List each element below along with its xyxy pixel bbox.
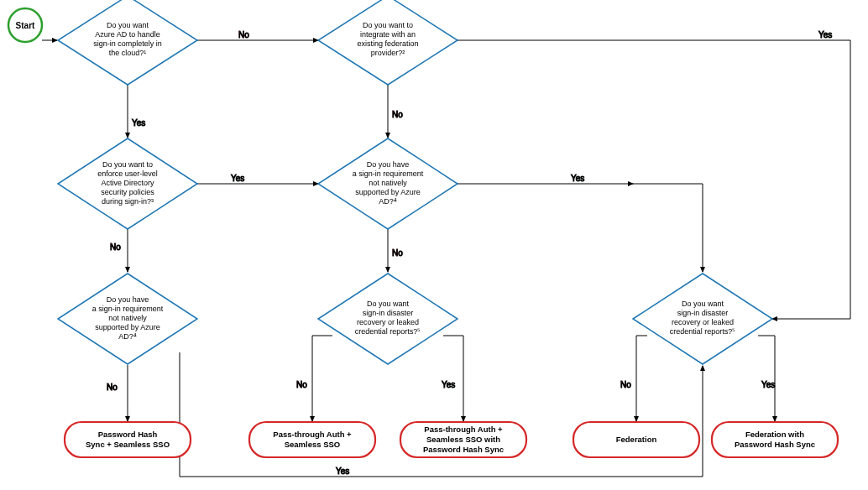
start-node: Start [8, 8, 42, 42]
svg-text:Password Hash Sync: Password Hash Sync [423, 445, 504, 454]
label-d5-no: No [107, 383, 118, 392]
decision-d1: Do you want Azure AD to handle sign-in c… [58, 0, 197, 85]
svg-text:supported by Azure: supported by Azure [355, 188, 421, 196]
svg-text:a sign-in requirement: a sign-in requirement [353, 169, 424, 178]
svg-text:sign-in disaster: sign-in disaster [677, 309, 729, 317]
decision-d3: Do you want to enforce user-level Active… [58, 138, 197, 229]
label-d3-yes: Yes [231, 174, 244, 183]
svg-text:sign-in completely in: sign-in completely in [93, 39, 162, 48]
svg-text:supported by Azure: supported by Azure [95, 323, 160, 331]
svg-text:Do you want to: Do you want to [102, 160, 153, 169]
svg-text:Do you want: Do you want [682, 300, 724, 308]
label-d7-no: No [620, 380, 631, 389]
svg-text:a sign-in requirement: a sign-in requirement [92, 305, 164, 313]
svg-text:Pass-through Auth +: Pass-through Auth + [424, 425, 503, 434]
svg-text:recovery or leaked: recovery or leaked [357, 318, 419, 326]
decision-d2: Do you want to integrate with an existin… [318, 0, 458, 85]
terminator-t5: Federation with Password Hash Sync [712, 422, 838, 457]
edge-d2-yes-d7 [458, 40, 850, 319]
svg-text:Azure AD to handle: Azure AD to handle [95, 30, 160, 39]
label-d2-no: No [392, 110, 403, 119]
decision-d5: Do you have a sign-in requirement not na… [58, 274, 197, 364]
decision-d6: Do you want sign-in disaster recovery or… [318, 274, 458, 364]
svg-text:AD?⁴: AD?⁴ [118, 332, 137, 341]
svg-text:not natively: not natively [108, 314, 147, 322]
svg-text:not natively: not natively [369, 179, 407, 187]
svg-text:Do you want to: Do you want to [363, 21, 413, 29]
svg-text:Sync + Seamless SSO: Sync + Seamless SSO [86, 440, 170, 449]
svg-text:existing federation: existing federation [357, 39, 418, 48]
terminator-t4: Federation [573, 422, 699, 457]
edge-d6-no-t2 [312, 336, 332, 421]
svg-text:Password Hash Sync: Password Hash Sync [735, 440, 815, 449]
svg-text:Seamless SSO with: Seamless SSO with [426, 435, 500, 444]
edge-d6-yes-t3 [443, 336, 463, 421]
svg-text:security policies: security policies [101, 188, 154, 196]
svg-text:credential reports?⁵: credential reports?⁵ [355, 327, 421, 336]
svg-text:Do you want: Do you want [367, 300, 410, 308]
svg-text:Do you have: Do you have [107, 295, 149, 304]
label-d7-yes: Yes [761, 380, 775, 389]
svg-text:Pass-through Auth +: Pass-through Auth + [273, 430, 352, 439]
svg-text:credential reports?⁵: credential reports?⁵ [670, 327, 736, 336]
svg-text:provider?²: provider?² [371, 49, 405, 57]
edge-d7-yes-t5 [758, 336, 775, 421]
label-d1-no: No [238, 30, 249, 39]
svg-text:Password Hash: Password Hash [98, 430, 158, 439]
label-d5-yes: Yes [336, 467, 349, 476]
svg-text:AD?⁴: AD?⁴ [379, 197, 397, 206]
label-d6-yes: Yes [442, 380, 455, 389]
label-d4-no: No [392, 248, 403, 258]
label-d3-no: No [110, 242, 121, 252]
svg-text:integrate with an: integrate with an [360, 30, 416, 39]
edge-d4-yes-d7b [633, 184, 703, 272]
terminator-t2: Pass-through Auth + Seamless SSO [249, 422, 375, 457]
svg-text:the cloud?¹: the cloud?¹ [109, 49, 147, 57]
svg-text:Do you have: Do you have [367, 160, 410, 169]
label-d6-no: No [296, 380, 307, 389]
terminator-t1: Password Hash Sync + Seamless SSO [65, 422, 191, 457]
start-label: Start [16, 21, 35, 30]
svg-text:enforce user-level: enforce user-level [97, 169, 158, 178]
svg-text:Seamless SSO: Seamless SSO [285, 440, 341, 449]
svg-text:Federation with: Federation with [745, 430, 804, 439]
svg-text:recovery or leaked: recovery or leaked [672, 318, 734, 326]
terminator-t3: Pass-through Auth + Seamless SSO with Pa… [400, 422, 526, 457]
label-d4-yes: Yes [571, 174, 584, 183]
svg-text:Do you want: Do you want [107, 21, 149, 29]
decision-d7: Do you want sign-in disaster recovery or… [633, 274, 772, 364]
svg-text:sign-in disaster: sign-in disaster [363, 309, 414, 317]
label-d2-yes: Yes [818, 30, 832, 39]
label-d1-yes: Yes [132, 118, 145, 128]
edge-d7-no-t4 [636, 336, 647, 421]
svg-text:Federation: Federation [616, 435, 657, 444]
svg-text:during sign-in?³: during sign-in?³ [102, 197, 154, 206]
svg-text:Active Directory: Active Directory [101, 179, 154, 187]
decision-d4: Do you have a sign-in requirement not na… [318, 138, 458, 229]
